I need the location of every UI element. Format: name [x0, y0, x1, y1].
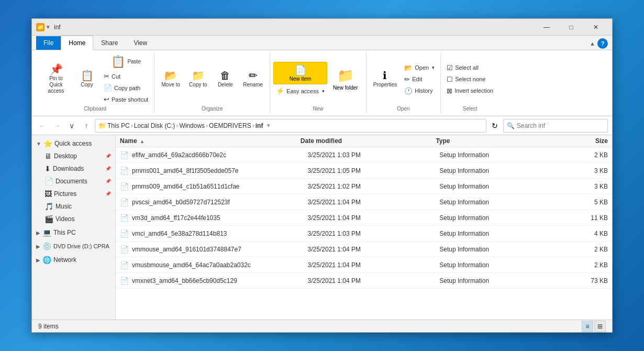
- copy-path-button[interactable]: 📄 Copy path: [101, 82, 151, 93]
- invert-selection-button[interactable]: ⊠ Invert selection: [444, 85, 496, 96]
- select-all-button[interactable]: ☑ Select all: [444, 62, 496, 73]
- quick-access-header[interactable]: ▼ ⭐ Quick access: [32, 137, 115, 150]
- invert-selection-label: Invert selection: [454, 87, 493, 94]
- edit-icon: ✏: [404, 75, 410, 83]
- pin-label: Pin to Quick access: [43, 75, 69, 94]
- window-title: inf: [54, 24, 535, 31]
- documents-icon: 📄: [45, 177, 53, 185]
- sidebar-item-desktop[interactable]: 🖥 Desktop 📌: [32, 150, 115, 162]
- sidebar-item-music[interactable]: 🎵 Music: [32, 200, 115, 213]
- history-button[interactable]: 🕐 History: [402, 85, 437, 96]
- list-view-button[interactable]: ≡: [582, 321, 593, 332]
- this-pc-expand-icon: ▶: [36, 230, 40, 236]
- file-type-icon: 📄: [120, 151, 129, 159]
- address-path-bar[interactable]: 📁 This PC › Local Disk (C:) › Windows › …: [95, 119, 486, 133]
- sidebar-item-documents[interactable]: 📄 Documents 📌: [32, 175, 115, 188]
- sidebar-item-downloads[interactable]: ⬇ Downloads 📌: [32, 162, 115, 175]
- new-folder-icon: 📁: [337, 68, 354, 84]
- rename-button[interactable]: ✏ Rename: [239, 68, 267, 91]
- sidebar-pictures-label: Pictures: [54, 190, 76, 198]
- pin-to-quick-access-button[interactable]: 📌 Pin to Quick access: [39, 61, 73, 97]
- up-button[interactable]: ↑: [80, 119, 93, 132]
- pictures-icon: 🖼: [45, 190, 52, 198]
- delete-button[interactable]: 🗑 Delete: [212, 68, 238, 91]
- paste-group: 📋 Paste ✂ Cut 📄 Copy path ↩: [101, 53, 151, 105]
- file-name: prnms009_amd64_c1b51a6511d1cfae: [132, 183, 308, 190]
- table-row[interactable]: 📄 prnms009_amd64_c1b51a6511d1cfae 3/25/2…: [116, 179, 612, 194]
- file-list-header: Name ▲ Date modified Type Size: [116, 135, 612, 147]
- ribbon-tabs: File Home Share View ▲ ?: [32, 36, 612, 50]
- path-local-disk[interactable]: Local Disk (C:): [134, 122, 175, 129]
- tab-share[interactable]: Share: [93, 36, 126, 50]
- file-date: 3/25/2021 1:04 PM: [308, 277, 440, 284]
- properties-icon: ℹ: [383, 70, 387, 81]
- table-row[interactable]: 📄 prnms001_amd64_8f1f3505edde057e 3/25/2…: [116, 163, 612, 179]
- cut-button[interactable]: ✂ Cut: [101, 71, 151, 82]
- column-name-header[interactable]: Name ▲: [120, 137, 301, 145]
- history-icon: 🕐: [404, 87, 413, 95]
- file-size: 3 KB: [571, 183, 608, 190]
- open-button[interactable]: 📂 Open ▾: [402, 62, 437, 73]
- this-pc-header[interactable]: ▶ 💻 This PC: [32, 226, 115, 239]
- dvd-header[interactable]: ▶ 💿 DVD Drive (D:) CPRA: [32, 240, 115, 253]
- sidebar-item-pictures[interactable]: 🖼 Pictures 📌: [32, 188, 115, 200]
- paste-button[interactable]: 📋 Paste: [101, 53, 151, 70]
- table-row[interactable]: 📄 vm3d_amd64_ff17c2e44fe1035 3/25/2021 1…: [116, 210, 612, 226]
- title-bar: 📁 ▾ inf — □ ✕: [32, 19, 612, 36]
- organize-label: Organize: [158, 105, 267, 113]
- file-size: 2 KB: [571, 261, 608, 269]
- network-expand-icon: ▶: [36, 257, 40, 263]
- search-input[interactable]: [517, 122, 604, 129]
- path-dropdown-icon[interactable]: ▾: [267, 122, 270, 129]
- path-inf[interactable]: inf: [256, 122, 263, 129]
- search-box[interactable]: 🔍: [503, 119, 608, 133]
- file-list: Name ▲ Date modified Type Size 📄 efifw_a…: [116, 135, 612, 320]
- tab-home[interactable]: Home: [61, 36, 93, 50]
- file-name: vmusbmouse_amd64_64ac7a0aab2a032c: [132, 261, 308, 269]
- select-all-label: Select all: [455, 64, 479, 71]
- column-type-header[interactable]: Type: [436, 137, 571, 145]
- table-row[interactable]: 📄 efifw_amd64_69a2acd666b70e2c 3/25/2021…: [116, 147, 612, 163]
- path-windows[interactable]: Windows: [179, 122, 205, 129]
- network-header[interactable]: ▶ 🌐 Network: [32, 254, 115, 266]
- refresh-button[interactable]: ↻: [488, 119, 501, 132]
- copy-to-button[interactable]: 📁 Copy to: [185, 68, 211, 91]
- properties-button[interactable]: ℹ Properties: [370, 68, 401, 91]
- path-this-pc[interactable]: This PC: [107, 122, 130, 129]
- clipboard-group-content: 📌 Pin to Quick access 📋 Copy 📋 Paste: [39, 53, 151, 105]
- minimize-button[interactable]: —: [535, 19, 559, 36]
- move-to-button[interactable]: 📂 Move to: [158, 68, 184, 91]
- easy-access-button[interactable]: ⚡ Easy access ▾: [273, 85, 327, 96]
- table-row[interactable]: 📄 vmmouse_amd64_916101d3748847e7 3/25/20…: [116, 242, 612, 257]
- table-row[interactable]: 📄 pvscsi_amd64_b0d59727d712523f 3/25/202…: [116, 194, 612, 210]
- column-date-header[interactable]: Date modified: [301, 137, 436, 145]
- file-date: 3/25/2021 1:02 PM: [308, 183, 440, 190]
- pictures-pin-icon: 📌: [105, 191, 111, 196]
- file-name: vm3d_amd64_ff17c2e44fe1035: [132, 214, 308, 222]
- tab-view[interactable]: View: [126, 36, 155, 50]
- edit-button[interactable]: ✏ Edit: [402, 74, 437, 85]
- back-button[interactable]: ←: [36, 119, 49, 132]
- recent-locations-button[interactable]: ∨: [65, 119, 78, 132]
- documents-pin-icon: 📌: [105, 179, 111, 184]
- new-item-button[interactable]: 📄 New item: [273, 62, 327, 84]
- new-folder-button[interactable]: 📁 New folder: [328, 65, 363, 93]
- paste-shortcut-button[interactable]: ↩ Paste shortcut: [101, 94, 151, 105]
- copy-path-icon: 📄: [104, 84, 112, 92]
- table-row[interactable]: 📄 vmci_amd64_5e38a278d114b813 3/25/2021 …: [116, 226, 612, 242]
- help-button[interactable]: ?: [597, 38, 608, 49]
- table-row[interactable]: 📄 vmusbmouse_amd64_64ac7a0aab2a032c 3/25…: [116, 257, 612, 273]
- table-row[interactable]: 📄 vmxnet3_amd64_bb66e5cb90d5c129 3/25/20…: [116, 273, 612, 289]
- select-none-button[interactable]: ☐ Select none: [444, 74, 496, 85]
- maximize-button[interactable]: □: [559, 19, 583, 36]
- sidebar-item-videos[interactable]: 🎬 Videos: [32, 213, 115, 225]
- grid-view-button[interactable]: ⊞: [594, 321, 606, 332]
- tab-file[interactable]: File: [36, 36, 61, 50]
- path-oemdrivers[interactable]: OEMDRIVERS: [209, 122, 251, 129]
- forward-button[interactable]: →: [51, 119, 63, 132]
- copy-button[interactable]: 📋 Copy: [74, 68, 100, 91]
- organize-group-content: 📂 Move to 📁 Copy to 🗑 Delete ✏ Rename: [158, 53, 267, 105]
- close-button[interactable]: ✕: [584, 19, 608, 36]
- ribbon-collapse-icon[interactable]: ▲: [590, 40, 595, 47]
- column-size-header[interactable]: Size: [571, 137, 608, 145]
